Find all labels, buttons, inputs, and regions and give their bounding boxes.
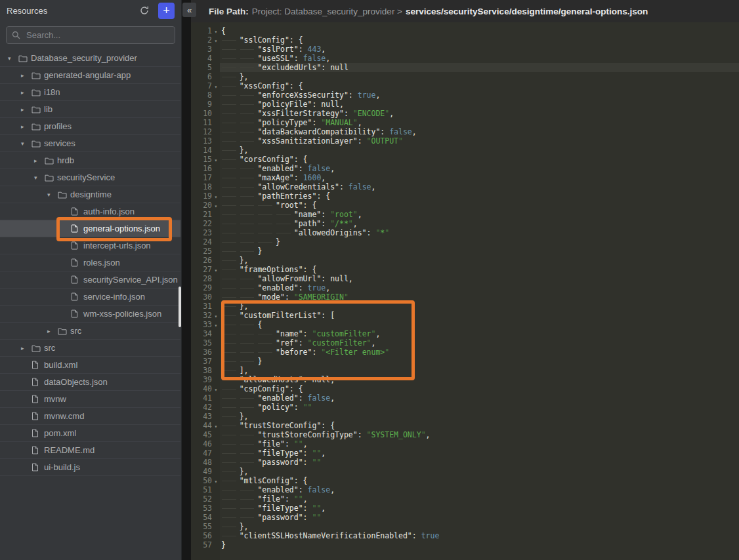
chevron-down-icon[interactable]: ▾	[47, 191, 58, 198]
code-line-4[interactable]: "useSSL": false,	[220, 54, 739, 63]
code-line-32[interactable]: "customFilterList": [	[220, 311, 739, 320]
tree-item-hrdb[interactable]: ▸hrdb	[0, 152, 180, 169]
tree-item-securityservice-api.json[interactable]: securityService_API.json	[0, 271, 180, 289]
code-line-48[interactable]: "password": ""	[220, 458, 739, 467]
tree-item-wm-xss-policies.json[interactable]: wm-xss-policies.json	[0, 306, 180, 323]
code-line-9[interactable]: "policyFile": null,	[220, 100, 739, 109]
code-line-26[interactable]: },	[220, 256, 739, 265]
code-line-5[interactable]: "excludedUrls": null	[220, 63, 739, 72]
tree-scrollbar-thumb[interactable]	[179, 287, 181, 327]
code-line-21[interactable]: "name": "root",	[220, 210, 739, 219]
code-line-30[interactable]: "mode": "SAMEORIGIN"	[220, 292, 739, 302]
code-line-24[interactable]: }	[220, 237, 739, 247]
code-line-40[interactable]: "cspConfig": {	[220, 384, 739, 393]
search-input[interactable]	[25, 30, 169, 41]
tree-item-readme.md[interactable]: README.md	[0, 442, 180, 459]
code-line-18[interactable]: "allowCredentials": false,	[220, 182, 739, 191]
tree-item-auth-info.json[interactable]: auth-info.json	[0, 203, 180, 220]
code-line-44[interactable]: "trustStoreConfig": {	[220, 421, 739, 430]
code-line-14[interactable]: },	[220, 146, 739, 155]
chevron-right-icon[interactable]: ▸	[34, 157, 45, 164]
code-line-10[interactable]: "xssFilterStrategy": "ENCODE",	[220, 109, 739, 118]
code-line-56[interactable]: "clientSSLHostNameVerificationEnabled": …	[220, 531, 739, 540]
code-line-17[interactable]: "maxAge": 1600,	[220, 173, 739, 182]
tree-item-src[interactable]: ▸src	[0, 340, 180, 357]
chevron-down-icon[interactable]: ▾	[21, 140, 32, 147]
tree-item-lib[interactable]: ▸lib	[0, 101, 180, 118]
code-line-3[interactable]: "sslPort": 443,	[220, 45, 739, 54]
chevron-down-icon[interactable]: ▾	[8, 55, 18, 62]
code-line-16[interactable]: "enabled": false,	[220, 164, 739, 173]
code-line-8[interactable]: "enforceXssSecurity": true,	[220, 90, 739, 100]
code-line-37[interactable]: }	[220, 357, 739, 366]
chevron-down-icon[interactable]: ▾	[34, 174, 45, 181]
code-line-45[interactable]: "trustStoreConfigType": "SYSTEM_ONLY",	[220, 430, 739, 439]
tree-item-ui-build.js[interactable]: ui-build.js	[0, 459, 180, 476]
code-line-42[interactable]: "policy": ""	[220, 403, 739, 412]
code-line-38[interactable]: ],	[220, 366, 739, 375]
search-box[interactable]	[6, 26, 175, 44]
code-line-50[interactable]: "mtlsConfig": {	[220, 476, 739, 485]
tree-item-profiles[interactable]: ▸profiles	[0, 118, 180, 135]
panel-divider[interactable]	[182, 0, 191, 560]
code-line-47[interactable]: "fileType": "",	[220, 449, 739, 458]
tree-item-build.xml[interactable]: build.xml	[0, 357, 180, 374]
code-line-15[interactable]: "corsConfig": {	[220, 155, 739, 164]
code-line-23[interactable]: "allowedOrigins": "*"	[220, 228, 739, 237]
code-line-13[interactable]: "xssSanitizationLayer": "OUTPUT"	[220, 136, 739, 146]
code-line-35[interactable]: "ref": "customFilter",	[220, 338, 739, 348]
code-line-29[interactable]: "enabled": true,	[220, 283, 739, 292]
code-line-43[interactable]: },	[220, 412, 739, 421]
refresh-button[interactable]	[137, 3, 152, 18]
code-line-27[interactable]: "frameOptions": {	[220, 265, 739, 274]
tree-item-intercept-urls.json[interactable]: intercept-urls.json	[0, 237, 180, 254]
code-line-53[interactable]: "fileType": "",	[220, 504, 739, 513]
code-line-7[interactable]: "xssConfig": {	[220, 81, 739, 90]
tree-item-general-options.json[interactable]: general-options.json	[0, 220, 180, 237]
tree-item-service-info.json[interactable]: service-info.json	[0, 289, 180, 306]
code-line-41[interactable]: "enabled": false,	[220, 393, 739, 403]
code-line-34[interactable]: "name": "customFilter",	[220, 329, 739, 338]
tree-item-mvnw[interactable]: mvnw	[0, 391, 180, 408]
code-line-2[interactable]: "sslConfig": {	[220, 35, 739, 45]
code-line-36[interactable]: "before": "<Filter enum>"	[220, 348, 739, 357]
chevron-right-icon[interactable]: ▸	[21, 345, 32, 351]
code-line-12[interactable]: "dataBackwardCompatibility": false,	[220, 127, 739, 136]
code-line-6[interactable]: },	[220, 72, 739, 81]
tree-item-roles.json[interactable]: roles.json	[0, 254, 180, 271]
chevron-right-icon[interactable]: ▸	[21, 106, 32, 113]
tree-item-database-security-provider[interactable]: ▾Database_security_provider	[0, 50, 180, 67]
code-line-51[interactable]: "enabled": false,	[220, 485, 739, 494]
code-line-54[interactable]: "password": ""	[220, 513, 739, 522]
chevron-right-icon[interactable]: ▸	[47, 328, 58, 334]
code-line-28[interactable]: "allowFromUrl": null,	[220, 274, 739, 283]
tree-item-src[interactable]: ▸src	[0, 323, 180, 340]
code-line-46[interactable]: "file": "",	[220, 439, 739, 449]
code-line-31[interactable]: },	[220, 302, 739, 311]
code-line-33[interactable]: {	[220, 320, 739, 329]
tree-item-dataobjects.json[interactable]: dataObjects.json	[0, 374, 180, 391]
chevron-right-icon[interactable]: ▸	[21, 72, 32, 79]
chevron-right-icon[interactable]: ▸	[21, 89, 32, 96]
code-line-19[interactable]: "pathEntries": {	[220, 191, 739, 201]
tree-item-pom.xml[interactable]: pom.xml	[0, 425, 180, 442]
code-line-57[interactable]: }	[220, 540, 739, 550]
code-line-20[interactable]: "root": {	[220, 201, 739, 210]
add-resource-button[interactable]: +	[158, 3, 175, 19]
tree-item-services[interactable]: ▾services	[0, 135, 180, 152]
collapse-panel-button[interactable]: «	[182, 3, 196, 17]
tree-item-mvnw.cmd[interactable]: mvnw.cmd	[0, 408, 180, 425]
chevron-right-icon[interactable]: ▸	[21, 123, 32, 130]
code-line-25[interactable]: }	[220, 247, 739, 256]
code-line-49[interactable]: },	[220, 467, 739, 476]
code-line-11[interactable]: "policyType": "MANUAL",	[220, 118, 739, 127]
tree-item-designtime[interactable]: ▾designtime	[0, 186, 180, 203]
tree-item-i18n[interactable]: ▸i18n	[0, 84, 180, 101]
tree-item-generated-angular-app[interactable]: ▸generated-angular-app	[0, 67, 180, 84]
tree-item-securityservice[interactable]: ▾securityService	[0, 169, 180, 186]
code-line-1[interactable]: {	[220, 26, 739, 35]
code-line-39[interactable]: "allowedHosts": null,	[220, 375, 739, 384]
code-line-52[interactable]: "file": "",	[220, 494, 739, 504]
code-line-22[interactable]: "path": "/**",	[220, 219, 739, 228]
code-line-55[interactable]: },	[220, 522, 739, 531]
